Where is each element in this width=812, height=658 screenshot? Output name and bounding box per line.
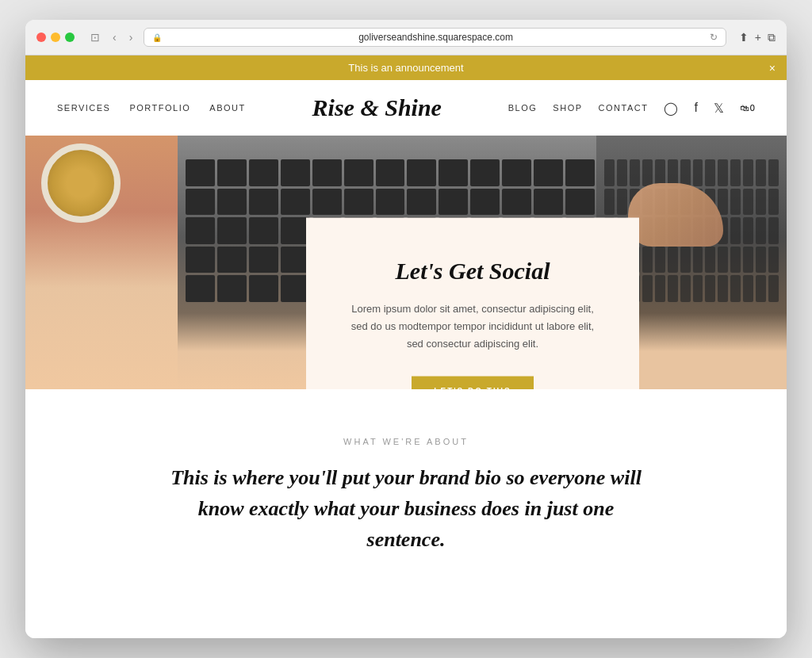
maximize-traffic-light[interactable] bbox=[65, 33, 75, 42]
browser-window: ⊡ ‹ › 🔒 goliverseandshine.squarespace.co… bbox=[25, 20, 787, 638]
browser-chrome: ⊡ ‹ › 🔒 goliverseandshine.squarespace.co… bbox=[25, 20, 787, 55]
main-nav: SERVICES PORTFOLIO ABOUT Rise & Shine BL… bbox=[25, 80, 787, 136]
forward-button[interactable]: › bbox=[126, 29, 136, 45]
site-logo[interactable]: Rise & Shine bbox=[312, 94, 442, 121]
traffic-lights bbox=[36, 33, 75, 42]
titlebar: ⊡ ‹ › 🔒 goliverseandshine.squarespace.co… bbox=[25, 20, 787, 55]
new-tab-button[interactable]: + bbox=[755, 31, 761, 44]
social-card-body: Lorem ipsum dolor sit amet, consectur ad… bbox=[346, 300, 599, 353]
about-label: WHAT WE'RE ABOUT bbox=[57, 437, 755, 446]
tile-button[interactable]: ⧉ bbox=[768, 31, 776, 44]
reload-icon: ↻ bbox=[710, 32, 718, 43]
nav-link-contact[interactable]: CONTACT bbox=[599, 103, 649, 113]
nav-link-about[interactable]: ABOUT bbox=[209, 103, 245, 113]
lock-icon: 🔒 bbox=[152, 33, 162, 42]
url-text: goliverseandshine.squarespace.com bbox=[167, 32, 704, 43]
cta-button[interactable]: LET'S DO THIS bbox=[412, 377, 533, 389]
website-content: This is an announcement × SERVICES PORTF… bbox=[25, 55, 787, 638]
announcement-close-button[interactable]: × bbox=[769, 62, 776, 75]
nav-link-shop[interactable]: SHOP bbox=[553, 103, 582, 113]
instagram-icon[interactable]: ◯ bbox=[664, 101, 678, 116]
close-traffic-light[interactable] bbox=[36, 33, 46, 42]
nav-link-blog[interactable]: BLOG bbox=[508, 103, 538, 113]
back-button[interactable]: ‹ bbox=[109, 29, 120, 45]
cart-count: 0 bbox=[750, 103, 755, 113]
cart-button[interactable]: 🛍 0 bbox=[740, 103, 755, 113]
social-card-title: Let's Get Social bbox=[346, 258, 599, 285]
nav-link-services[interactable]: SERVICES bbox=[57, 103, 110, 113]
sidebar-toggle-button[interactable]: ⊡ bbox=[87, 29, 103, 45]
hero-section: Let's Get Social Lorem ipsum dolor sit a… bbox=[25, 136, 787, 389]
twitter-icon[interactable]: 𝕏 bbox=[714, 101, 724, 116]
coffee-cup bbox=[41, 143, 121, 223]
announcement-text: This is an announcement bbox=[348, 62, 463, 74]
browser-nav-controls: ⊡ ‹ › bbox=[87, 29, 136, 45]
announcement-bar: This is an announcement × bbox=[25, 55, 787, 80]
about-section: WHAT WE'RE ABOUT This is where you'll pu… bbox=[25, 389, 787, 603]
share-button[interactable]: ⬆ bbox=[739, 31, 749, 44]
about-heading: This is where you'll put your brand bio … bbox=[168, 462, 644, 555]
social-card: Let's Get Social Lorem ipsum dolor sit a… bbox=[306, 218, 639, 389]
browser-action-buttons: ⬆ + ⧉ bbox=[739, 31, 776, 44]
nav-left-links: SERVICES PORTFOLIO ABOUT bbox=[57, 103, 246, 113]
nav-link-portfolio[interactable]: PORTFOLIO bbox=[129, 103, 190, 113]
cart-bag-icon: 🛍 bbox=[740, 103, 749, 113]
facebook-icon[interactable]: f bbox=[694, 101, 697, 115]
address-bar[interactable]: 🔒 goliverseandshine.squarespace.com ↻ bbox=[144, 28, 726, 47]
minimize-traffic-light[interactable] bbox=[51, 33, 60, 42]
nav-right-area: BLOG SHOP CONTACT ◯ f 𝕏 🛍 0 bbox=[508, 101, 755, 116]
